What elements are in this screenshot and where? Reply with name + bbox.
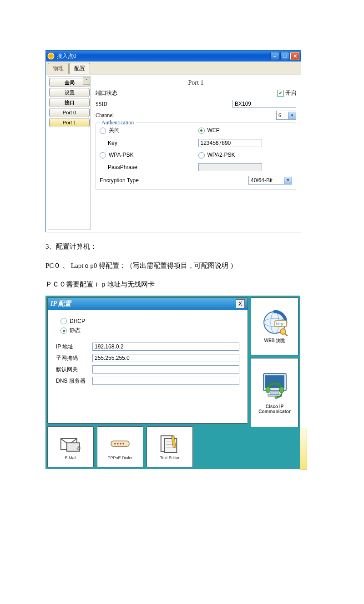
dns-input[interactable] [92, 377, 239, 385]
static-label: 静态 [70, 327, 81, 333]
tab-strip: 物理 配置 [46, 61, 301, 74]
ip-address-input[interactable] [92, 343, 239, 351]
ip-config-close[interactable]: X [236, 299, 245, 308]
dns-label: DNS 服务器 [56, 377, 92, 385]
globe-icon: http: [261, 309, 288, 336]
app-pppoe[interactable]: PPPoE Dialer [97, 426, 143, 467]
pc-desktop-panel: IP 配置 X DHCP 静态 IP 地址 子网掩码 默认网关 DNS 服务器 [46, 296, 300, 469]
encryption-label: Encryption Type [100, 177, 139, 184]
auth-wpa2-radio[interactable] [198, 152, 205, 159]
ssid-input[interactable] [233, 100, 296, 108]
svg-text:@: @ [76, 446, 81, 450]
passphrase-input [198, 163, 262, 171]
doc-para-2: PC０ 、 Laptｏp0 得配置：（写出需配置得项目，可配图说明 ） [46, 261, 318, 271]
dhcp-radio[interactable] [61, 318, 67, 324]
svg-point-26 [279, 387, 284, 393]
app-texteditor-label: Text Editor [160, 456, 180, 460]
config-main: Port 1 端口状态 ✔ 开启 SSID Channel 6▼ Authent… [93, 75, 301, 232]
auth-wpa-radio[interactable] [100, 152, 106, 159]
app-email[interactable]: @ E Mail [47, 426, 94, 467]
yellow-strip [300, 428, 307, 470]
app-strip: @ E Mail PPPoE Dialer Text Editor [47, 426, 248, 467]
app-web-browser[interactable]: http: WEB 浏览 [251, 297, 298, 355]
close-button[interactable]: ✕ [290, 52, 299, 60]
auth-wep-radio[interactable] [198, 128, 205, 134]
svg-point-25 [266, 387, 270, 393]
svg-point-4 [114, 443, 116, 444]
minimize-button[interactable]: – [270, 52, 279, 60]
auth-legend: Authentication [100, 119, 136, 126]
svg-point-6 [120, 443, 121, 444]
maximize-button[interactable]: □ [280, 52, 289, 60]
config-sidebar: ˄ 全局 设置 接口 Port 0 Port 1 [48, 77, 91, 230]
svg-rect-23 [271, 392, 279, 394]
auth-group: Authentication 关闭 WEP Key WPA-PSK WPA2-P… [96, 123, 296, 190]
ip-config-window: IP 配置 X DHCP 静态 IP 地址 子网掩码 默认网关 DNS 服务器 [47, 297, 248, 424]
channel-select[interactable]: 6▼ [276, 111, 296, 120]
port-state-checkbox[interactable]: ✔ [277, 90, 284, 97]
subnet-label: 子网掩码 [56, 354, 92, 362]
chevron-down-icon: ▼ [284, 177, 292, 184]
app-pppoe-label: PPPoE Dialer [107, 456, 132, 460]
svg-point-5 [117, 443, 118, 444]
port-state-on: 开启 [285, 89, 296, 97]
auth-wep-label: WEP [207, 127, 220, 133]
ip-config-titlebar[interactable]: IP 配置 X [48, 298, 248, 310]
port-heading: Port 1 [96, 79, 296, 87]
chevron-down-icon: ▼ [288, 112, 296, 119]
notepad-icon [158, 434, 181, 455]
tab-physical[interactable]: 物理 [48, 63, 69, 74]
auth-off-label: 关闭 [109, 127, 120, 133]
key-label: Key [108, 140, 117, 146]
key-input[interactable] [198, 139, 262, 147]
gateway-label: 默认网关 [56, 366, 92, 374]
titlebar[interactable]: 接入点0 – □ ✕ [46, 51, 301, 61]
app-email-label: E Mail [65, 456, 76, 460]
auth-wpa2-label: WPA2-PSK [207, 152, 235, 158]
sidebar-settings[interactable]: 设置 [49, 88, 90, 97]
monitor-headset-icon [259, 371, 291, 403]
sidebar-interface[interactable]: 接口 [49, 98, 90, 107]
svg-line-20 [285, 333, 288, 336]
ip-config-title: IP 配置 [51, 300, 71, 308]
sidebar-port0[interactable]: Port 0 [49, 108, 90, 117]
sidebar-port1[interactable]: Port 1 [49, 118, 90, 127]
doc-para-1: 3、配置计算机： [46, 242, 318, 251]
svg-text:http:: http: [276, 322, 284, 326]
svg-point-7 [122, 443, 124, 444]
app-texteditor[interactable]: Text Editor [147, 426, 193, 467]
envelope-icon: @ [59, 434, 82, 455]
ssid-label: SSID [96, 101, 139, 107]
scroll-up-icon[interactable]: ˄ [83, 77, 90, 85]
auth-wpa-label: WPA-PSK [109, 152, 133, 158]
svg-point-27 [275, 396, 278, 399]
channel-label: Channel [96, 112, 139, 119]
access-point-window: 接入点0 – □ ✕ 物理 配置 ˄ 全局 设置 接口 Port 0 Port … [46, 50, 301, 232]
web-browser-label: WEB 浏览 [264, 338, 285, 344]
tab-config[interactable]: 配置 [69, 63, 90, 74]
app-icon [47, 52, 55, 60]
ip-address-label: IP 地址 [56, 343, 92, 351]
gateway-input[interactable] [92, 365, 239, 374]
subnet-input[interactable] [92, 354, 239, 362]
doc-para-3: ＰＣ０需要配置ｉｐ地址与无线网卡 [46, 280, 318, 289]
static-radio[interactable] [61, 328, 67, 334]
dhcp-label: DHCP [70, 318, 85, 324]
auth-off-radio[interactable] [100, 128, 106, 134]
window-title: 接入点0 [57, 52, 76, 60]
app-cisco-ip[interactable]: Cisco IP Communicator [251, 358, 298, 427]
encryption-select[interactable]: 40/64-Bit▼ [248, 176, 292, 185]
passphrase-label: PassPhrase [108, 164, 137, 170]
modem-icon [109, 434, 131, 455]
cisco-ip-label: Cisco IP Communicator [251, 404, 298, 414]
port-state-label: 端口状态 [96, 89, 139, 97]
